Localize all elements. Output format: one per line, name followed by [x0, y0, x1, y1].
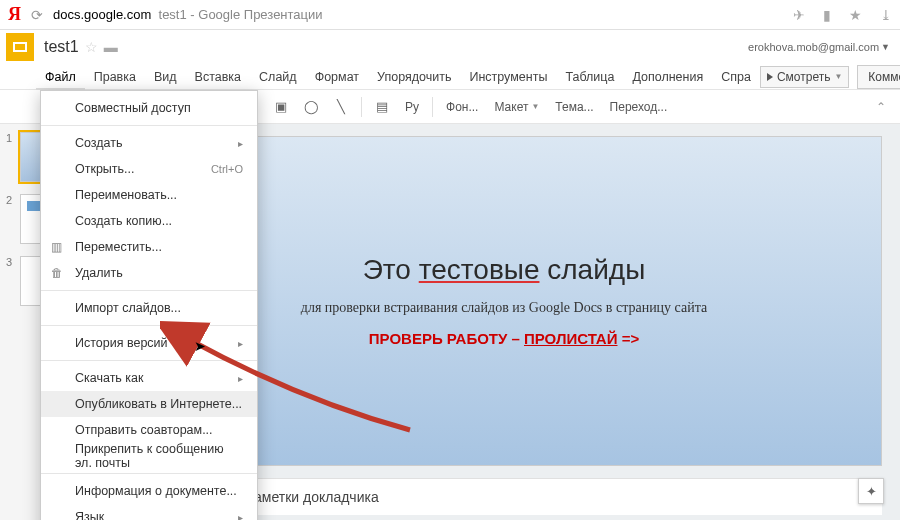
menu-tools[interactable]: Инструменты — [460, 65, 556, 89]
collapse-toolbar-icon[interactable]: ⌃ — [876, 100, 886, 114]
send-icon[interactable]: ✈ — [793, 7, 805, 23]
theme-button[interactable]: Тема... — [549, 100, 599, 114]
background-button[interactable]: Фон... — [440, 100, 484, 114]
menu-edit[interactable]: Правка — [85, 65, 145, 89]
file-menu-dropdown: Совместный доступ Создать▸ Открыть...Ctr… — [40, 90, 258, 520]
extension-icon[interactable]: ▮ — [823, 7, 831, 23]
slide-action-text: ПРОВЕРЬ РАБОТУ – ПРОЛИСТАЙ => — [369, 330, 639, 348]
menu-open[interactable]: Открыть...Ctrl+O — [41, 156, 257, 182]
download-icon[interactable]: ⤓ — [880, 7, 892, 23]
doc-title[interactable]: test1 — [44, 38, 79, 56]
yandex-logo: Я — [8, 4, 21, 25]
image-button[interactable]: ▣ — [268, 94, 294, 120]
menu-move[interactable]: ▥Переместить... — [41, 234, 257, 260]
menu-import[interactable]: Импорт слайдов... — [41, 295, 257, 321]
menu-format[interactable]: Формат — [306, 65, 368, 89]
url-host: docs.google.com — [53, 7, 151, 22]
menu-doc-info[interactable]: Информация о документе... — [41, 478, 257, 504]
bookmark-icon[interactable]: ★ — [849, 7, 862, 23]
menu-download[interactable]: Скачать как▸ — [41, 365, 257, 391]
menu-copy[interactable]: Создать копию... — [41, 208, 257, 234]
slides-logo[interactable] — [6, 33, 34, 61]
folder-icon[interactable]: ▬ — [104, 39, 118, 55]
menu-arrange[interactable]: Упорядочить — [368, 65, 460, 89]
menu-addons[interactable]: Дополнения — [623, 65, 712, 89]
star-icon[interactable]: ☆ — [85, 39, 98, 55]
line-button[interactable]: ╲ — [328, 94, 354, 120]
menu-file[interactable]: Файл — [36, 65, 85, 89]
slide-title: Это тестовые слайды — [363, 254, 646, 286]
transition-button[interactable]: Переход... — [604, 100, 674, 114]
menu-create[interactable]: Создать▸ — [41, 130, 257, 156]
menu-language[interactable]: Язык▸ — [41, 504, 257, 520]
menu-history[interactable]: История версий▸ — [41, 330, 257, 356]
user-email[interactable]: erokhova.mob@gmail.com — [748, 41, 879, 53]
comment-button[interactable]: ▤ — [369, 94, 395, 120]
menubar: Файл Правка Вид Вставка Слайд Формат Упо… — [0, 64, 900, 90]
url-display[interactable]: docs.google.com test1 - Google Презентац… — [53, 7, 323, 22]
layout-button[interactable]: Макет▼ — [488, 100, 545, 114]
menu-rename[interactable]: Переименовать... — [41, 182, 257, 208]
menu-attach-email[interactable]: Прикрепить к сообщению эл. почты — [41, 443, 257, 469]
play-icon — [767, 73, 773, 81]
menu-insert[interactable]: Вставка — [186, 65, 250, 89]
refresh-icon[interactable]: ⟳ — [31, 7, 43, 23]
url-title: test1 - Google Презентации — [155, 7, 323, 22]
browser-bar: Я ⟳ docs.google.com test1 - Google Презе… — [0, 0, 900, 30]
menu-publish-web[interactable]: Опубликовать в Интернете... — [41, 391, 257, 417]
menu-table[interactable]: Таблица — [556, 65, 623, 89]
chevron-down-icon[interactable]: ▼ — [881, 42, 890, 52]
menu-slide[interactable]: Слайд — [250, 65, 306, 89]
menu-send-collaborators[interactable]: Отправить соавторам... — [41, 417, 257, 443]
lang-indicator[interactable]: Ру — [399, 100, 425, 114]
comments-button[interactable]: Комментарии — [857, 65, 900, 89]
cursor-icon: ➤ — [194, 338, 206, 354]
present-button[interactable]: Смотреть▼ — [760, 66, 849, 88]
menu-share[interactable]: Совместный доступ — [41, 95, 257, 121]
folder-icon: ▥ — [51, 240, 62, 254]
shape-button[interactable]: ◯ — [298, 94, 324, 120]
menu-delete[interactable]: 🗑Удалить — [41, 260, 257, 286]
trash-icon: 🗑 — [51, 266, 63, 280]
menu-view[interactable]: Вид — [145, 65, 186, 89]
slide-subtitle: для проверки встраивания слайдов из Goog… — [301, 300, 707, 316]
menu-help[interactable]: Спра — [712, 65, 760, 89]
explore-button[interactable]: ✦ — [858, 478, 884, 504]
